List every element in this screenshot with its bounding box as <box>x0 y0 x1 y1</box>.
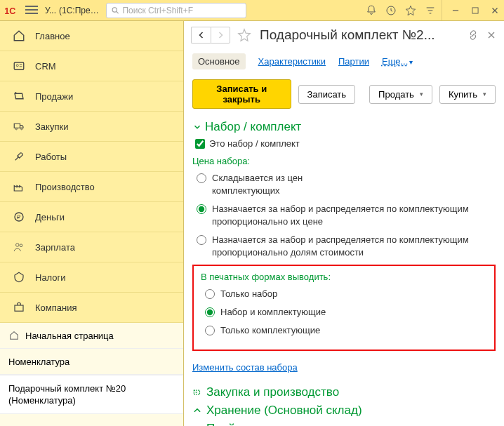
print-radio-1[interactable] <box>205 307 215 317</box>
print-label: В печатных формах выводить: <box>201 272 487 282</box>
search-box[interactable] <box>106 3 246 18</box>
nav-back-button[interactable] <box>191 27 211 44</box>
close-tab-icon[interactable] <box>486 29 497 41</box>
nav-forward-button[interactable] <box>211 27 230 44</box>
sidebar-item-label: Продажи <box>35 91 73 102</box>
page-title: Подарочный комплект №2... <box>258 27 463 43</box>
buy-button[interactable]: Купить▾ <box>439 85 496 104</box>
price-option-0[interactable]: Складывается из цен комплектующих <box>197 172 323 197</box>
svg-point-12 <box>16 244 20 247</box>
price-radio-2[interactable] <box>197 235 206 245</box>
price-option-1[interactable]: Назначается за набор и распределяется по… <box>197 203 496 228</box>
chevron-down-icon: ▾ <box>409 58 413 66</box>
close-icon[interactable] <box>490 6 500 15</box>
sidebar-section[interactable]: Номенклатура <box>0 349 183 375</box>
print-option-1[interactable]: Набор и комплектующие <box>205 306 487 319</box>
sidebar-item-purchases[interactable]: Закупки <box>0 112 183 142</box>
print-radio-0[interactable] <box>205 289 215 299</box>
section-set-header[interactable]: Набор / комплект <box>192 120 496 134</box>
svg-point-7 <box>16 65 18 67</box>
sidebar-breadcrumb[interactable]: Подарочный комплект №20 (Номенклатура) <box>0 375 183 414</box>
sidebar-item-taxes[interactable]: Налоги <box>0 262 183 293</box>
print-radio-2[interactable] <box>205 326 215 335</box>
factory-icon <box>13 180 25 193</box>
content: Подарочный комплект №2... Основное Харак… <box>184 21 504 426</box>
price-option-2[interactable]: Назначается за набор и распределяется по… <box>197 234 496 259</box>
more-label: Еще... <box>382 56 408 67</box>
chevron-right-icon <box>192 406 202 415</box>
sidebar-item-label: Зарплата <box>35 242 75 253</box>
search-input[interactable] <box>122 6 241 15</box>
price-radio-group: Складывается из цен комплектующих Назнач… <box>197 172 496 259</box>
sidebar-startpage[interactable]: Начальная страница <box>0 323 183 349</box>
home-icon <box>13 29 25 42</box>
print-option-0[interactable]: Только набор <box>205 288 487 300</box>
startpage-label: Начальная страница <box>25 331 114 341</box>
sidebar-item-production[interactable]: Производство <box>0 172 183 202</box>
app-logo: 1С <box>4 4 20 17</box>
price-radio-1[interactable] <box>197 204 206 214</box>
sidebar-item-crm[interactable]: CRM <box>0 51 183 81</box>
section-pricelist[interactable]: Прайс-лист <box>192 422 496 426</box>
section-storage[interactable]: Хранение (Основной склад) <box>192 404 496 418</box>
svg-point-13 <box>20 244 22 247</box>
svg-rect-14 <box>15 305 23 311</box>
tab-characteristics[interactable]: Характеристики <box>258 56 326 67</box>
sidebar-item-label: Налоги <box>35 272 66 283</box>
sidebar-item-label: Главное <box>35 31 70 41</box>
sidebar-item-label: Закупки <box>35 121 68 132</box>
print-option-2[interactable]: Только комплектующие <box>205 324 487 337</box>
sidebar-item-sales[interactable]: Продажи <box>0 81 183 112</box>
print-forms-highlight-box: В печатных формах выводить: Только набор… <box>192 265 496 351</box>
sidebar-item-label: Компания <box>35 302 77 313</box>
section-set-label: Набор / комплект <box>205 120 301 134</box>
price-option-label: Назначается за набор и распределяется по… <box>212 234 496 259</box>
sidebar: Главное CRM Продажи Закупки Работы Произ… <box>0 21 184 426</box>
edit-set-link[interactable]: Изменить состав набора <box>192 362 298 373</box>
section-label: Номенклатура <box>8 357 69 367</box>
is-set-checkbox-row[interactable]: Это набор / комплект <box>195 138 496 149</box>
save-button[interactable]: Записать <box>298 85 356 104</box>
svg-text:1С: 1С <box>4 6 15 15</box>
favorite-star-icon[interactable] <box>237 28 251 42</box>
maximize-icon[interactable] <box>470 6 480 15</box>
chevron-down-icon <box>192 122 202 132</box>
home-small-icon <box>8 330 20 341</box>
svg-line-2 <box>117 11 119 13</box>
price-option-label: Назначается за набор и распределяется по… <box>212 203 496 228</box>
link-icon[interactable] <box>467 29 479 41</box>
clock-icon[interactable] <box>385 5 397 16</box>
tab-batches[interactable]: Партии <box>338 56 369 67</box>
filter-icon[interactable] <box>425 5 436 16</box>
tab-main[interactable]: Основное <box>192 53 246 69</box>
print-option-label: Только комплектующие <box>220 324 487 337</box>
save-close-button[interactable]: Записать и закрыть <box>192 79 291 109</box>
truck-icon <box>13 120 25 133</box>
sidebar-item-works[interactable]: Работы <box>0 142 183 172</box>
sidebar-item-company[interactable]: Компания <box>0 293 183 323</box>
minimize-icon[interactable] <box>451 6 460 15</box>
sell-label: Продать <box>378 89 414 100</box>
section-pricelist-label: Прайс-лист <box>206 422 270 426</box>
chevron-right-icon <box>192 387 202 397</box>
sidebar-item-main[interactable]: Главное <box>0 21 183 51</box>
price-radio-0[interactable] <box>197 173 206 183</box>
svg-point-8 <box>15 128 17 130</box>
section-purchase[interactable]: Закупка и производство <box>192 385 496 399</box>
print-radio-group: Только набор Набор и комплектующие Тольк… <box>205 288 487 337</box>
is-set-checkbox[interactable] <box>195 139 205 149</box>
tools-icon <box>13 150 25 163</box>
breadcrumb-label: Подарочный комплект №20 (Номенклатура) <box>8 382 175 406</box>
print-option-label: Набор и комплектующие <box>220 306 487 319</box>
titlebar: 1С У... (1С:Пре… <box>0 0 504 21</box>
star-icon[interactable] <box>405 5 416 16</box>
menu-icon[interactable] <box>25 6 38 15</box>
bell-icon[interactable] <box>366 5 377 16</box>
tab-more[interactable]: Еще...▾ <box>382 56 413 67</box>
search-icon <box>111 6 120 15</box>
coin-icon: ₽ <box>13 211 25 223</box>
sidebar-item-label: Производство <box>35 182 95 192</box>
sidebar-item-money[interactable]: ₽Деньги <box>0 202 183 232</box>
sell-button[interactable]: Продать▾ <box>369 85 432 104</box>
sidebar-item-salary[interactable]: Зарплата <box>0 232 183 262</box>
